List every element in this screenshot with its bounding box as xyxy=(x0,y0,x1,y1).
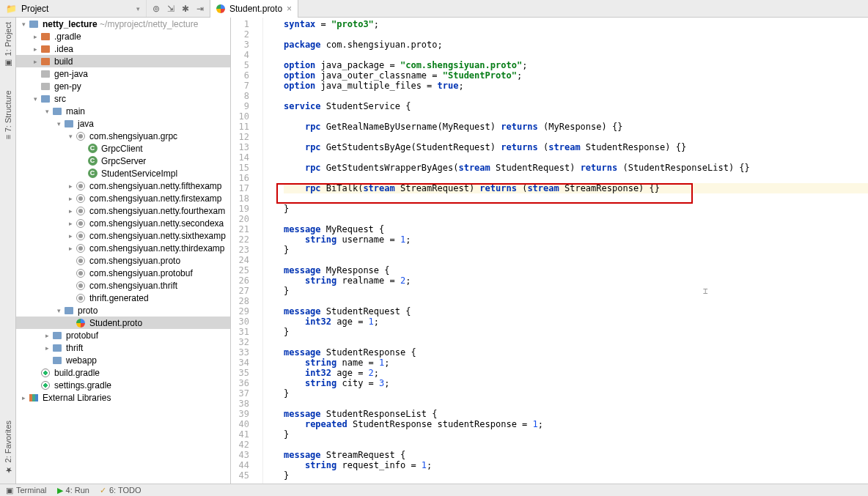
code-line[interactable] xyxy=(284,337,868,347)
close-icon[interactable]: × xyxy=(287,4,292,14)
tree-item[interactable]: gen-py xyxy=(16,80,230,92)
tree-item[interactable]: build.gradle xyxy=(16,366,230,379)
settings-icon[interactable]: ✱ xyxy=(182,4,189,14)
tree-item[interactable]: ▸com.shengsiyuan.netty.secondexa xyxy=(16,217,230,229)
collapse-icon[interactable]: ⇲ xyxy=(167,4,174,14)
code-line[interactable] xyxy=(284,111,868,122)
line-number: 25 xyxy=(231,265,249,275)
tree-item[interactable]: ▸com.shengsiyuan.netty.sixthexamp xyxy=(16,229,230,242)
terminal-tool[interactable]: ▣Terminal xyxy=(6,486,47,495)
code-line[interactable]: message StreamRequest { xyxy=(284,450,868,460)
target-icon[interactable]: ⊚ xyxy=(152,4,160,14)
tree-item[interactable]: ▾com.shengsiyuan.grpc xyxy=(16,130,230,142)
code-line[interactable]: syntax = "proto3"; xyxy=(284,19,868,29)
left-tool-strip: ▣1: Project ≡7: Structure ★2: Favorites xyxy=(0,18,16,484)
code-area[interactable]: ⌶ syntax = "proto3";package com.shengsiy… xyxy=(263,18,868,484)
code-line[interactable] xyxy=(284,440,868,450)
code-line[interactable]: } xyxy=(284,327,868,337)
tree-item[interactable]: ▾proto xyxy=(16,304,230,317)
tree-item[interactable]: settings.gradle xyxy=(16,379,230,391)
code-line[interactable]: rpc GetStudentsByAge(StudentRequest) ret… xyxy=(284,142,868,152)
code-line[interactable]: message MyResponse { xyxy=(284,265,868,275)
code-line[interactable]: } xyxy=(284,388,868,399)
tree-item[interactable]: thrift.generated xyxy=(16,292,230,304)
tree-item[interactable]: ▸build xyxy=(16,55,230,67)
code-line[interactable]: rpc GetStudentsWrapperByAges(stream Stud… xyxy=(284,163,868,173)
code-line[interactable] xyxy=(284,399,868,409)
tree-item[interactable]: ▸com.shengsiyuan.netty.fifthexamp xyxy=(16,179,230,192)
code-line[interactable]: package com.shengsiyuan.proto; xyxy=(284,40,868,50)
tree-item[interactable]: ▸.gradle xyxy=(16,30,230,42)
code-line[interactable] xyxy=(284,132,868,142)
code-line[interactable]: } xyxy=(284,429,868,440)
code-line[interactable] xyxy=(284,50,868,60)
tree-item[interactable]: ▸com.shengsiyuan.netty.thirdexamp xyxy=(16,242,230,254)
line-number: 13 xyxy=(231,142,249,152)
top-toolbar: 📁 Project ▾ ⊚ ⇲ ✱ ⇥ Student.proto × xyxy=(0,0,868,18)
code-line[interactable]: } xyxy=(284,470,868,481)
hide-icon[interactable]: ⇥ xyxy=(196,4,204,14)
code-line[interactable] xyxy=(284,152,868,163)
tree-item[interactable]: com.shengsiyuan.protobuf xyxy=(16,267,230,279)
tree-item[interactable]: ▾src xyxy=(16,92,230,105)
line-number: 21 xyxy=(231,224,249,234)
code-line[interactable] xyxy=(284,193,868,204)
code-line[interactable] xyxy=(284,255,868,265)
tool-project[interactable]: ▣1: Project xyxy=(3,22,12,68)
line-number: 19 xyxy=(231,204,249,214)
code-line[interactable]: service StudentService { xyxy=(284,101,868,111)
code-line[interactable]: } xyxy=(284,204,868,214)
tree-item[interactable]: ▸.idea xyxy=(16,42,230,55)
tree-item[interactable]: webapp xyxy=(16,354,230,366)
code-line[interactable]: string name = 1; xyxy=(284,358,868,368)
code-line[interactable] xyxy=(284,173,868,183)
external-libraries[interactable]: ▸External Libraries xyxy=(16,391,230,404)
todo-tool[interactable]: ✓6: TODO xyxy=(100,486,141,495)
tree-item[interactable]: ▾main xyxy=(16,105,230,117)
code-line[interactable]: message StudentResponseList { xyxy=(284,409,868,419)
tree-item[interactable]: Student.proto xyxy=(16,317,230,329)
code-line[interactable]: string request_info = 1; xyxy=(284,460,868,470)
code-line[interactable]: string username = 1; xyxy=(284,234,868,245)
code-line[interactable]: string city = 3; xyxy=(284,378,868,388)
tree-item[interactable]: com.shengsiyuan.thrift xyxy=(16,279,230,292)
tree-item[interactable]: ▾java xyxy=(16,117,230,130)
code-line[interactable]: option java_outer_classname = "StudentPr… xyxy=(284,70,868,81)
code-line[interactable]: message StudentRequest { xyxy=(284,306,868,317)
code-line[interactable] xyxy=(284,214,868,224)
code-line[interactable]: } xyxy=(284,286,868,296)
tree-root[interactable]: ▾netty_lecture ~/myproject/netty_lecture xyxy=(16,18,230,30)
tree-item[interactable]: ▸protobuf xyxy=(16,329,230,341)
editor-tabs: Student.proto × xyxy=(210,0,868,17)
tree-item[interactable]: ▸com.shengsiyuan.netty.fourthexam xyxy=(16,204,230,217)
code-line[interactable]: string realname = 2; xyxy=(284,275,868,286)
project-dropdown[interactable]: 📁 Project ▾ xyxy=(0,0,147,17)
code-line[interactable] xyxy=(284,29,868,40)
code-line[interactable]: message StudentResponse { xyxy=(284,347,868,358)
code-line[interactable]: message MyRequest { xyxy=(284,224,868,234)
tree-item[interactable]: ▸thrift xyxy=(16,341,230,354)
tool-favorites[interactable]: ★2: Favorites xyxy=(3,421,12,475)
code-line[interactable] xyxy=(284,296,868,306)
code-line[interactable]: int32 age = 2; xyxy=(284,368,868,378)
code-line[interactable]: } xyxy=(284,245,868,255)
project-tree[interactable]: ▾netty_lecture ~/myproject/netty_lecture… xyxy=(16,18,231,484)
code-line[interactable] xyxy=(284,91,868,101)
code-editor[interactable]: 1234567891011121314151617181920212223242… xyxy=(231,18,868,484)
run-tool[interactable]: ▶4: Run xyxy=(57,486,89,495)
code-line[interactable]: repeated StudentResponse studentResponse… xyxy=(284,419,868,429)
line-number: 37 xyxy=(231,388,249,399)
code-line[interactable]: option java_multiple_files = true; xyxy=(284,81,868,91)
tree-item[interactable]: com.shengsiyuan.proto xyxy=(16,254,230,267)
tree-item[interactable]: gen-java xyxy=(16,67,230,80)
code-line[interactable]: int32 age = 1; xyxy=(284,317,868,327)
file-tab[interactable]: Student.proto × xyxy=(210,0,298,18)
tree-item[interactable]: ▸com.shengsiyuan.netty.firstexamp xyxy=(16,192,230,204)
tree-item[interactable]: CStudentServiceImpl xyxy=(16,167,230,179)
tool-structure[interactable]: ≡7: Structure xyxy=(4,90,12,139)
code-line[interactable]: rpc BiTalk(stream StreamRequest) returns… xyxy=(284,183,868,193)
code-line[interactable]: rpc GetRealNameByUsername(MyRequest) ret… xyxy=(284,122,868,132)
tree-item[interactable]: CGrpcClient xyxy=(16,142,230,155)
tree-item[interactable]: CGrpcServer xyxy=(16,155,230,167)
code-line[interactable]: option java_package = "com.shengsiyuan.p… xyxy=(284,60,868,70)
